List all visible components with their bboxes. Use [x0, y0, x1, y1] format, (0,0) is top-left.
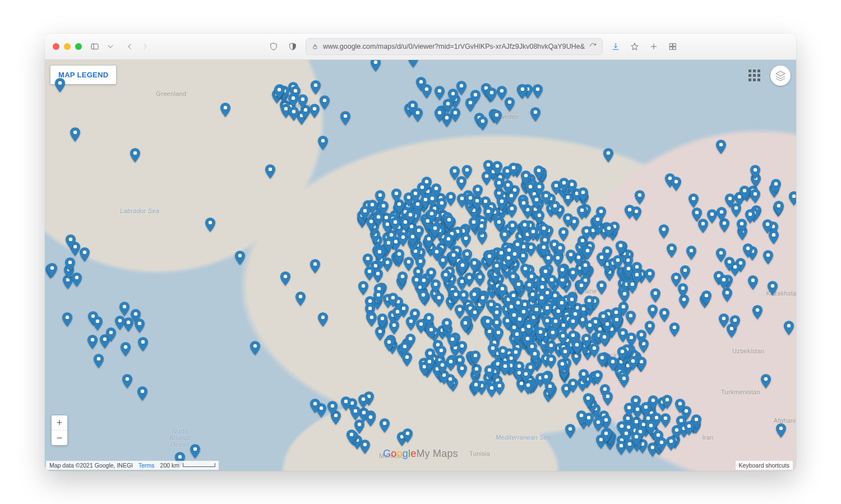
- map-pin[interactable]: [584, 295, 594, 310]
- map-pin[interactable]: [597, 280, 607, 295]
- map-pin[interactable]: [446, 192, 456, 206]
- map-pin[interactable]: [740, 186, 750, 200]
- map-pin[interactable]: [394, 249, 404, 263]
- map-pin[interactable]: [473, 184, 483, 199]
- map-pin[interactable]: [511, 347, 521, 362]
- bookmark-star-icon[interactable]: [629, 40, 641, 53]
- map-pin[interactable]: [434, 293, 444, 307]
- map-pin[interactable]: [719, 275, 729, 289]
- map-pin[interactable]: [309, 104, 320, 118]
- shield-privacy-icon[interactable]: [267, 40, 280, 53]
- map-pin[interactable]: [360, 206, 370, 220]
- map-pin[interactable]: [533, 84, 543, 99]
- map-pin[interactable]: [579, 369, 589, 383]
- map-pin[interactable]: [461, 233, 471, 248]
- map-pin[interactable]: [563, 213, 573, 228]
- map-pin[interactable]: [462, 165, 472, 179]
- map-pin[interactable]: [616, 241, 626, 255]
- map-pin[interactable]: [406, 316, 416, 331]
- map-layers-icon[interactable]: [770, 66, 791, 86]
- map-pin[interactable]: [408, 60, 418, 68]
- map-pin[interactable]: [512, 329, 522, 344]
- map-pin[interactable]: [424, 357, 435, 371]
- map-pin[interactable]: [288, 93, 298, 108]
- map-pin[interactable]: [450, 108, 460, 122]
- map-pin[interactable]: [660, 413, 671, 428]
- map-pin[interactable]: [475, 272, 485, 286]
- map-pin[interactable]: [686, 246, 696, 260]
- map-pin[interactable]: [383, 238, 394, 252]
- map-pin[interactable]: [416, 319, 426, 334]
- map-pin[interactable]: [389, 320, 399, 335]
- map-pin[interactable]: [557, 298, 567, 312]
- map-pin[interactable]: [289, 107, 299, 121]
- map-pin[interactable]: [437, 198, 447, 212]
- map-pin[interactable]: [410, 188, 420, 203]
- map-pin[interactable]: [402, 352, 412, 367]
- map-pin[interactable]: [565, 424, 575, 438]
- map-pin[interactable]: [503, 180, 513, 195]
- map-pin[interactable]: [487, 87, 497, 102]
- map-pin[interactable]: [750, 189, 760, 204]
- map-pin[interactable]: [593, 370, 603, 385]
- map-pin[interactable]: [311, 80, 321, 95]
- map-pin[interactable]: [298, 94, 308, 109]
- map-pin[interactable]: [776, 423, 786, 438]
- map-pin[interactable]: [548, 327, 558, 342]
- map-pin[interactable]: [450, 166, 460, 181]
- map-pin[interactable]: [437, 360, 447, 374]
- window-close-button[interactable]: [53, 43, 59, 50]
- map-pin[interactable]: [626, 311, 636, 325]
- map-pin[interactable]: [358, 394, 368, 409]
- map-pin[interactable]: [646, 420, 656, 435]
- map-pin[interactable]: [521, 369, 531, 383]
- tracker-shield-icon[interactable]: [287, 40, 299, 53]
- map-pin[interactable]: [384, 337, 394, 352]
- map-pin[interactable]: [671, 177, 681, 191]
- map-pin[interactable]: [373, 212, 383, 226]
- map-pin[interactable]: [774, 201, 784, 215]
- map-pin[interactable]: [438, 255, 448, 270]
- map-pin[interactable]: [717, 207, 727, 221]
- map-pin[interactable]: [469, 217, 479, 232]
- map-pin[interactable]: [419, 275, 429, 290]
- map-pin[interactable]: [492, 161, 502, 175]
- map-pin[interactable]: [66, 234, 76, 249]
- map-pin[interactable]: [557, 265, 567, 279]
- map-pin[interactable]: [528, 226, 538, 241]
- map-pin[interactable]: [619, 373, 629, 388]
- map-pin[interactable]: [545, 381, 555, 396]
- map-pin[interactable]: [566, 249, 576, 264]
- map-pin[interactable]: [426, 325, 436, 339]
- window-maximize-button[interactable]: [75, 43, 82, 50]
- zoom-out-button[interactable]: −: [52, 431, 67, 445]
- map-pin[interactable]: [488, 343, 498, 358]
- map-pin[interactable]: [524, 280, 534, 294]
- google-apps-icon[interactable]: [745, 66, 764, 85]
- map-pin[interactable]: [220, 103, 230, 117]
- map-pin[interactable]: [707, 209, 717, 224]
- map-pin[interactable]: [414, 225, 424, 240]
- map-pin[interactable]: [430, 223, 440, 238]
- map-pin[interactable]: [478, 116, 488, 131]
- map-pin[interactable]: [669, 322, 680, 337]
- map-pin[interactable]: [684, 421, 694, 436]
- map-pin[interactable]: [371, 60, 381, 72]
- map-pin[interactable]: [648, 304, 658, 319]
- map-pin[interactable]: [680, 265, 690, 280]
- map-pin[interactable]: [722, 288, 732, 302]
- map-pin[interactable]: [80, 247, 90, 262]
- map-pin[interactable]: [539, 242, 549, 257]
- map-pin[interactable]: [492, 110, 502, 124]
- map-pin[interactable]: [377, 313, 387, 328]
- map-pin[interactable]: [459, 290, 469, 304]
- map-pin[interactable]: [137, 386, 147, 401]
- map-pin[interactable]: [70, 127, 80, 142]
- map-pin[interactable]: [625, 205, 635, 219]
- map-pin[interactable]: [341, 396, 351, 411]
- map-pin[interactable]: [106, 327, 116, 342]
- map-pin[interactable]: [750, 165, 760, 179]
- map-pin[interactable]: [598, 311, 608, 326]
- map-pin[interactable]: [572, 340, 582, 354]
- window-minimize-button[interactable]: [64, 43, 71, 50]
